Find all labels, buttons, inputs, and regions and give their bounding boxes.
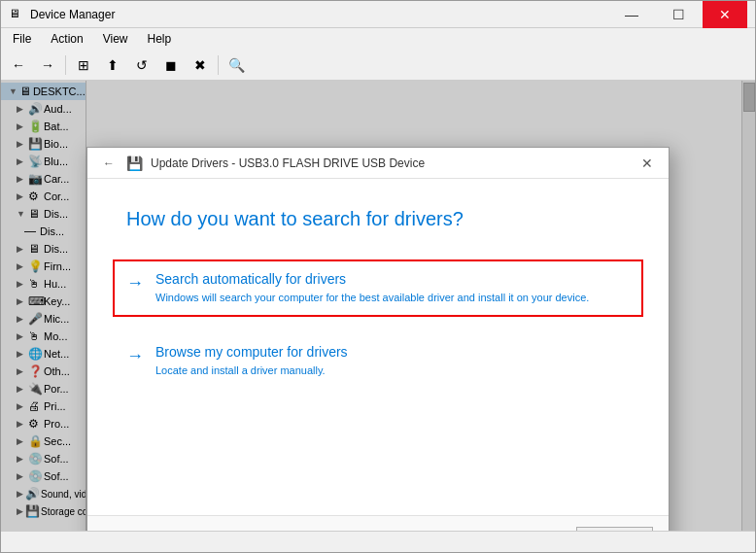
option1-title: Search automatically for drivers	[155, 271, 589, 287]
title-bar-left: 🖥 Device Manager	[9, 7, 115, 22]
dialog-content: How do you want to search for drivers? →…	[87, 179, 669, 515]
toolbar-properties[interactable]: ⊞	[70, 52, 97, 78]
toolbar: ← → ⊞ ⬆ ↺ ◼ ✖ 🔍	[1, 50, 755, 81]
update-drivers-dialog: ← 💾 Update Drivers - USB3.0 FLASH DRIVE …	[86, 147, 670, 531]
toolbar-separator-2	[218, 55, 219, 75]
status-bar	[1, 531, 755, 552]
dialog-footer: Cancel	[87, 515, 669, 531]
dialog-title-text: Update Drivers - USB3.0 FLASH DRIVE USB …	[151, 156, 425, 170]
option1-description: Windows will search your computer for th…	[155, 291, 589, 305]
search-automatically-option[interactable]: → Search automatically for drivers Windo…	[113, 259, 643, 317]
dialog-close-button[interactable]: ✕	[634, 150, 661, 177]
option1-arrow-icon: →	[126, 273, 144, 294]
option2-arrow-icon: →	[126, 346, 144, 366]
toolbar-disable[interactable]: ◼	[157, 52, 185, 78]
toolbar-update-driver[interactable]: ⬆	[99, 52, 126, 78]
option2-description: Locate and install a driver manually.	[155, 363, 348, 378]
title-bar-controls: — ☐ ✕	[609, 1, 747, 28]
menu-bar: File Action View Help	[1, 28, 755, 50]
toolbar-rollback[interactable]: ↺	[128, 52, 155, 78]
option1-texts: Search automatically for drivers Windows…	[155, 271, 589, 305]
title-bar: 🖥 Device Manager — ☐ ✕	[1, 1, 755, 28]
usb-icon: 💾	[126, 156, 143, 171]
option2-title: Browse my computer for drivers	[155, 344, 348, 360]
menu-file[interactable]: File	[5, 30, 39, 48]
toolbar-uninstall[interactable]: ✖	[187, 52, 214, 78]
dialog-heading: How do you want to search for drivers?	[126, 208, 630, 230]
maximize-button[interactable]: ☐	[656, 1, 701, 28]
option2-texts: Browse my computer for drivers Locate an…	[155, 344, 348, 378]
dialog-title-left: ← 💾 Update Drivers - USB3.0 FLASH DRIVE …	[99, 154, 425, 173]
toolbar-forward[interactable]: →	[34, 52, 61, 78]
app-icon: 🖥	[9, 7, 24, 22]
minimize-button[interactable]: —	[609, 1, 654, 28]
browse-computer-option[interactable]: → Browse my computer for drivers Locate …	[126, 344, 630, 378]
window-title: Device Manager	[30, 8, 115, 21]
menu-help[interactable]: Help	[140, 30, 180, 48]
cancel-button[interactable]: Cancel	[576, 527, 653, 532]
device-manager-window: 🖥 Device Manager — ☐ ✕ File Action View …	[0, 0, 756, 553]
toolbar-scan[interactable]: 🔍	[223, 52, 250, 78]
menu-action[interactable]: Action	[43, 30, 90, 48]
toolbar-back[interactable]: ←	[5, 52, 32, 78]
toolbar-separator-1	[65, 55, 66, 75]
menu-view[interactable]: View	[95, 30, 136, 48]
main-area: ▼ 🖥 DESKTC... ▶ 🔊 Aud... ▶ 🔋 Bat... ▶ 💾 …	[1, 81, 755, 531]
window-close-button[interactable]: ✕	[703, 1, 747, 28]
dialog-title-bar: ← 💾 Update Drivers - USB3.0 FLASH DRIVE …	[87, 148, 669, 179]
dialog-back-button[interactable]: ←	[99, 154, 119, 173]
